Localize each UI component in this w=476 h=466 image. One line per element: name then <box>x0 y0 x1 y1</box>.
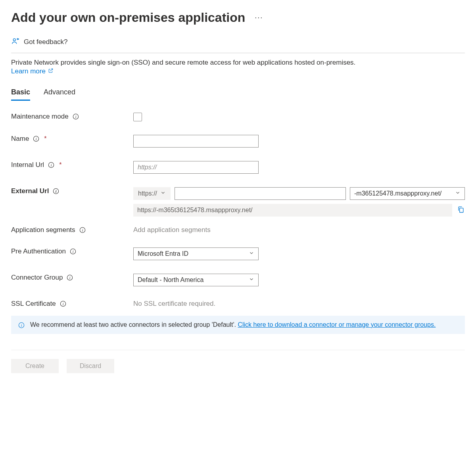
external-url-subdomain-input[interactable] <box>175 187 346 200</box>
banner-text: We recommend at least two active connect… <box>30 321 238 328</box>
info-icon[interactable]: i <box>67 274 73 281</box>
chevron-down-icon <box>249 276 254 284</box>
external-url-domain-dropdown[interactable]: -m365125478.msappproxy.net/ <box>350 187 465 200</box>
add-app-segments-link[interactable]: Add application segments <box>133 226 211 234</box>
required-indicator: * <box>44 135 46 142</box>
external-url-readonly: https://-m365t36125478.msappproxy.net/ <box>133 204 452 217</box>
info-icon[interactable]: i <box>70 248 76 255</box>
protocol-text: https:// <box>138 190 157 197</box>
chevron-down-icon <box>160 190 166 197</box>
svg-text:i: i <box>75 115 76 119</box>
more-actions-button[interactable]: ··· <box>253 12 265 23</box>
ssl-cert-label: SSL Certificate <box>11 300 56 308</box>
external-link-icon <box>48 67 54 75</box>
connector-group-label: Connector Group <box>11 274 63 282</box>
svg-text:i: i <box>62 302 63 306</box>
page-title: Add your own on-premises application <box>11 10 245 25</box>
external-url-label: External Url <box>11 187 49 195</box>
feedback-icon <box>11 37 20 47</box>
pre-auth-dropdown[interactable]: Microsoft Entra ID <box>133 247 259 260</box>
copy-icon <box>457 205 465 213</box>
svg-text:i: i <box>21 323 22 328</box>
info-icon[interactable]: i <box>48 162 54 168</box>
pre-auth-label: Pre Authentication <box>11 247 66 255</box>
copy-button[interactable] <box>457 205 465 215</box>
intro-text: Private Network provides single sign-on … <box>11 59 465 67</box>
info-icon[interactable]: i <box>33 136 39 142</box>
ssl-cert-value: No SSL certificate required. <box>133 300 215 307</box>
discard-button[interactable]: Discard <box>67 359 114 373</box>
maintenance-mode-checkbox[interactable] <box>133 113 142 121</box>
connector-group-dropdown[interactable]: Default - North America <box>133 274 259 286</box>
info-icon[interactable]: i <box>60 301 66 307</box>
tab-basic[interactable]: Basic <box>11 88 30 101</box>
internal-url-input[interactable] <box>133 161 259 174</box>
app-segments-label: Application segments <box>11 226 75 234</box>
svg-text:i: i <box>82 228 83 232</box>
name-label: Name <box>11 135 29 143</box>
svg-text:i: i <box>69 276 71 280</box>
maintenance-mode-label: Maintenance mode <box>11 113 69 121</box>
svg-text:i: i <box>36 137 37 141</box>
svg-text:i: i <box>73 249 74 254</box>
required-indicator: * <box>59 161 61 169</box>
info-icon[interactable]: i <box>53 188 59 194</box>
chevron-down-icon <box>455 190 461 197</box>
connector-group-value: Default - North America <box>138 276 203 284</box>
info-icon[interactable]: i <box>79 227 86 233</box>
learn-more-link[interactable]: Learn more <box>11 67 54 75</box>
feedback-label: Got feedback? <box>24 38 68 46</box>
info-icon[interactable]: i <box>73 113 79 120</box>
svg-point-0 <box>13 38 15 41</box>
connector-info-banner: i We recommend at least two active conne… <box>11 316 465 334</box>
external-url-protocol[interactable]: https:// <box>133 187 171 200</box>
info-icon: i <box>18 322 25 328</box>
pre-auth-value: Microsoft Entra ID <box>138 250 188 257</box>
svg-text:i: i <box>51 163 52 167</box>
domain-suffix-text: -m365125478.msappproxy.net/ <box>354 190 441 197</box>
svg-rect-9 <box>460 208 463 213</box>
banner-link[interactable]: Click here to download a connector or ma… <box>238 321 436 328</box>
feedback-link[interactable]: Got feedback? <box>11 37 465 53</box>
name-input[interactable] <box>133 135 259 148</box>
tab-bar: Basic Advanced <box>11 88 465 101</box>
tab-advanced[interactable]: Advanced <box>44 88 75 101</box>
chevron-down-icon <box>249 250 254 257</box>
learn-more-label: Learn more <box>11 67 46 75</box>
svg-text:i: i <box>56 189 57 194</box>
internal-url-label: Internal Url <box>11 161 44 169</box>
create-button[interactable]: Create <box>11 359 59 373</box>
